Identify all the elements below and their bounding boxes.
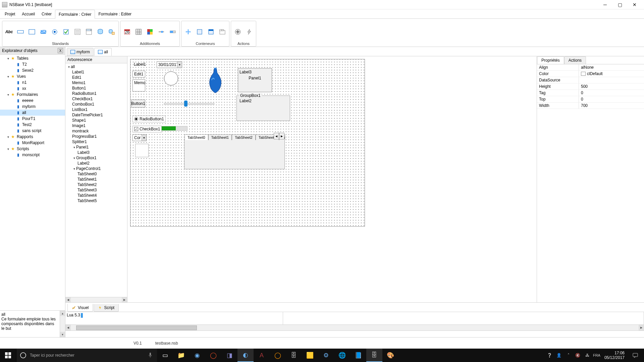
cortana-icon[interactable] [16, 349, 30, 362]
taskbar-app-gear[interactable]: ⚙ [318, 349, 334, 362]
tray-network-icon[interactable]: 🖧 [584, 353, 591, 358]
widget-edit1[interactable]: Edit1 [132, 71, 145, 77]
arbo-button1[interactable]: Button1 [65, 85, 127, 91]
doctab-myform[interactable]: myform [67, 48, 94, 56]
doctab-all[interactable]: all [94, 48, 112, 56]
arbo-label3[interactable]: Label3 [65, 150, 127, 155]
prop-row-align[interactable]: AlignalNone [537, 64, 644, 71]
console-input[interactable] [65, 331, 644, 337]
arbo-listbox1[interactable]: ListBox1 [65, 107, 127, 112]
widget-panel1[interactable]: Label3 Panel1 [238, 68, 272, 92]
taskbar-app-5[interactable]: 📘 [350, 349, 366, 362]
component-tree-hscroll[interactable]: ◀ ▶ [65, 297, 127, 302]
console-hscroll[interactable]: ◀ ▶ [65, 324, 644, 330]
tab-actions[interactable]: Actions [564, 56, 586, 64]
menu-projet[interactable]: Projet [1, 9, 18, 18]
tray-chevron-up-icon[interactable]: ˄ [565, 353, 572, 358]
tree-item-all[interactable]: ▮all [0, 110, 65, 116]
minimize-button[interactable]: ─ [598, 1, 612, 9]
properties-grid[interactable]: AlignalNoneColorclDefaultDataSourceHeigh… [537, 64, 644, 302]
start-button[interactable] [0, 349, 16, 362]
widget-pagecontrol1[interactable]: TabSheet0 TabSheet1 TabSheet2 TabSheet3 … [184, 140, 285, 169]
arbo-pagecontrol1[interactable]: ▾ PageControl1 [65, 166, 127, 171]
taskbar-app-paint[interactable]: 🎨 [382, 349, 398, 362]
tool-db1-icon[interactable] [96, 27, 105, 37]
prop-value[interactable]: 0 [579, 90, 644, 96]
arbo-progressbar1[interactable]: ProgressBar1 [65, 134, 127, 139]
taskbar-app-4[interactable]: 🟨 [302, 349, 318, 362]
widget-checkbox1[interactable]: ✓ CheckBox1 [132, 126, 162, 132]
chevron-down-icon[interactable]: ▼ [177, 62, 182, 68]
scroll-up-icon[interactable]: ▲ [60, 311, 65, 316]
arbo-tabsheet1[interactable]: TabSheet1 [65, 177, 127, 182]
task-view-icon[interactable]: ▭ [157, 349, 173, 362]
taskbar-app-2[interactable]: ◨ [221, 349, 237, 362]
chevron-down-icon[interactable]: ▼ [142, 135, 146, 141]
object-explorer-tree[interactable]: ▾★Tables▮T2▮Sexe2▾★Vues▮n1▮xx▾★Formulair… [0, 55, 65, 310]
taskbar-app-chrome[interactable]: ◯ [205, 349, 221, 362]
prop-value[interactable]: 500 [579, 83, 644, 89]
tree-item-test2[interactable]: ▮Test2 [0, 122, 65, 128]
widget-label1[interactable]: Label1 [132, 62, 147, 67]
tree-item-eeeee[interactable]: ▮eeeee [0, 98, 65, 104]
taskbar-app-firefox[interactable]: ◯ [270, 349, 286, 362]
tool-combo-icon[interactable] [84, 27, 94, 37]
scroll-right-icon[interactable]: ▶ [639, 325, 644, 330]
widget-progressbar1[interactable] [161, 126, 187, 131]
form-canvas-wrap[interactable]: Label1 30/01/2017 ▼ Edit1 Memo Label3 Pa… [127, 56, 537, 302]
tool-panel-icon[interactable] [195, 27, 204, 37]
taskbar-app-access[interactable]: A [254, 349, 270, 362]
tool-listbox-icon[interactable] [73, 27, 82, 37]
tray-clock[interactable]: 17:06 05/12/2017 [602, 351, 627, 360]
prop-row-color[interactable]: ColorclDefault [537, 71, 644, 77]
mic-icon[interactable] [144, 352, 157, 358]
widget-label3[interactable]: Label3 [239, 70, 270, 74]
tray-people-icon[interactable]: 👤 [555, 353, 563, 358]
tabsheet-2[interactable]: TabSheet2 [232, 134, 256, 140]
tree-item-sans-script[interactable]: ▮sans script [0, 128, 65, 134]
prop-value[interactable]: alNone [579, 64, 644, 70]
arbo-splitter1[interactable]: Splitter1 [65, 139, 127, 144]
arbo-label2[interactable]: Label2 [65, 161, 127, 166]
taskbar-app-1[interactable]: ◉ [189, 349, 205, 362]
widget-radiobutton1[interactable]: RadioButton1 [132, 116, 166, 122]
arbo-radiobutton1[interactable]: RadioButton1 [65, 91, 127, 96]
taskbar-app-3[interactable]: ◐ [237, 349, 254, 362]
prop-row-top[interactable]: Top0 [537, 96, 644, 103]
tool-move-icon[interactable] [183, 27, 193, 37]
tree-item-pourt1[interactable]: ▮PourT1 [0, 116, 65, 122]
scroll-right-icon[interactable]: ▶ [122, 297, 127, 302]
tool-bolt-icon[interactable] [245, 27, 254, 37]
arbo-memo1[interactable]: Memo1 [65, 80, 127, 85]
menu-formulaire-editer[interactable]: Formulaire : Editer [95, 9, 135, 18]
tree-node-formulaires[interactable]: ▾★Formulaires [0, 92, 65, 98]
scroll-left-icon[interactable]: ◀ [65, 297, 71, 302]
maximize-button[interactable]: ▢ [612, 1, 627, 9]
arbo-edit1[interactable]: Edit1 [65, 75, 127, 80]
menu-creer[interactable]: Créer [38, 9, 55, 18]
taskbar-app-db[interactable]: 🗄 [286, 349, 302, 362]
tool-calendar-icon[interactable]: 26 [122, 27, 132, 37]
arbo-root[interactable]: ▾ all [65, 64, 127, 69]
tab-nav-right[interactable]: ▶ [279, 133, 284, 139]
tree-item-xx[interactable]: ▮xx [0, 85, 65, 92]
console-output-left[interactable]: Lua 5.3 [65, 312, 283, 324]
tree-item-myform[interactable]: ▮myform [0, 104, 65, 110]
tree-node-scripts[interactable]: ▾★Scripts [0, 146, 65, 152]
tab-properties[interactable]: Propriétés [537, 56, 564, 64]
tool-db2-icon[interactable] [107, 27, 116, 37]
tree-item-t2[interactable]: ▮T2 [0, 61, 65, 67]
tree-item-monrapport[interactable]: ▮MonRapport [0, 140, 65, 146]
tray-help-icon[interactable]: ❔ [546, 353, 553, 358]
tabsheet-0[interactable]: TabSheet0 [184, 134, 208, 140]
menu-formulaire-creer[interactable]: Formulaire : Créer [55, 10, 95, 19]
tool-grid-icon[interactable] [134, 27, 143, 37]
widget-groupbox1[interactable]: GroupBox1 Label2 [236, 96, 290, 121]
arbo-label1[interactable]: Label1 [65, 69, 127, 75]
arbo-datetimepicker1[interactable]: DateTimePicker1 [65, 112, 127, 118]
tree-item-monscript[interactable]: ▮monscript [0, 152, 65, 158]
scroll-left-icon[interactable]: ◀ [65, 325, 71, 330]
menu-accueil[interactable]: Accueil [18, 9, 38, 18]
tool-edit-icon[interactable] [16, 27, 25, 37]
search-placeholder[interactable]: Taper ici pour rechercher [30, 353, 144, 358]
